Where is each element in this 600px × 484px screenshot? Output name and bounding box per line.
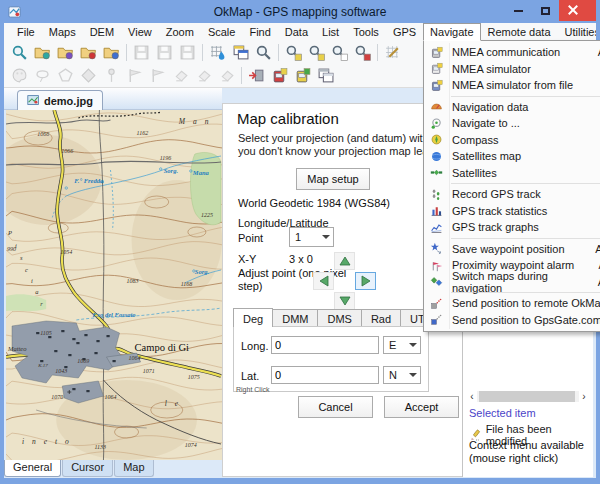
erase-icon <box>169 65 192 86</box>
menu-find[interactable]: Find <box>242 23 277 41</box>
grid-edit-icon[interactable] <box>381 42 404 63</box>
map-label: P <box>7 229 12 236</box>
menuitem-label: Switch maps during navigation <box>448 270 598 294</box>
map-label: 1043 <box>55 368 67 374</box>
menu-file[interactable]: File <box>10 23 42 41</box>
new-window-icon[interactable] <box>229 42 252 63</box>
adjust-left-button[interactable] <box>313 272 334 290</box>
menuitem-satellites-map[interactable]: Satellites map <box>424 148 600 165</box>
scroll-right-icon[interactable]: › <box>579 390 589 403</box>
chevron-down-icon <box>406 339 420 351</box>
menuitem-satellites[interactable]: Satellites <box>424 165 600 182</box>
menu-maps[interactable]: Maps <box>42 23 83 41</box>
menuitem-compass[interactable]: Compass <box>424 132 600 149</box>
menuitem-nmea-simulator-from-file[interactable]: NMEA simulator from file <box>424 77 600 94</box>
longitude-input[interactable] <box>271 336 379 354</box>
accept-button[interactable]: Accept <box>384 396 459 418</box>
bottom-tab-general[interactable]: General <box>4 460 61 477</box>
menu-separator <box>451 96 600 97</box>
menuitem-label: Send position to remote OkMap <box>448 297 600 309</box>
coord-tab-dms[interactable]: DMS <box>317 309 361 327</box>
scroll-left-icon[interactable]: ‹ <box>467 390 477 403</box>
adjust-up-button[interactable] <box>334 252 355 270</box>
scrollbar-track[interactable] <box>477 391 579 402</box>
zoom-in-icon[interactable] <box>282 42 305 63</box>
menu-gps[interactable]: GPS <box>386 23 423 41</box>
arrow-up-icon <box>339 256 351 266</box>
menuitem-navigation-data[interactable]: Navigation data <box>424 99 600 116</box>
save-icon <box>130 42 153 63</box>
menuitem-navigate-to[interactable]: Navigate to ... <box>424 115 600 132</box>
horizontal-scrollbar[interactable]: ‹ › <box>467 390 589 403</box>
menuitem-send-position-to-gpsgate-com[interactable]: Send position to GpsGate.com <box>424 312 600 329</box>
map-label: 1196 <box>160 155 172 161</box>
menu-scale[interactable]: Scale <box>201 23 243 41</box>
selected-item-link[interactable]: Selected item <box>469 407 536 419</box>
minimize-button[interactable] <box>505 0 532 21</box>
scrollbar-thumb[interactable] <box>479 391 575 402</box>
open-image-icon[interactable] <box>100 42 123 63</box>
menu-utilities[interactable]: Utilities <box>558 23 596 41</box>
erase-area-icon <box>192 65 215 86</box>
menu-list[interactable]: List <box>315 23 346 41</box>
draw-flag-move-icon <box>146 65 169 86</box>
adjust-right-button[interactable] <box>355 272 376 290</box>
map-label: 1054 <box>60 249 72 255</box>
maximize-button[interactable] <box>532 0 559 21</box>
open-map-icon[interactable] <box>31 42 54 63</box>
map-label: 1064 <box>129 355 141 361</box>
latitude-input[interactable] <box>271 366 379 384</box>
document-tab-demo[interactable]: demo.jpg <box>17 90 103 110</box>
coord-tab-dmm[interactable]: DMM <box>272 309 318 327</box>
menu-navigate[interactable]: Navigate <box>423 23 480 41</box>
map-label: 1071 <box>143 368 155 374</box>
pan-zoom-icon[interactable] <box>8 42 31 63</box>
document-tab-strip: demo.jpg <box>4 88 222 110</box>
menuitem-nmea-communication[interactable]: NMEA communicationAlt+N <box>424 44 600 61</box>
image-properties-icon[interactable] <box>314 65 337 86</box>
coordinate-format-tabs: DegDMMDMSRadUTM <box>233 307 443 327</box>
map-label: 1066 <box>37 131 49 137</box>
coord-tab-deg[interactable]: Deg <box>233 308 273 327</box>
menuitem-nmea-simulator[interactable]: NMEA simulator <box>424 61 600 78</box>
bottom-tab-map[interactable]: Map <box>114 460 153 477</box>
menuitem-label: NMEA communication <box>448 46 560 58</box>
find-position-icon[interactable] <box>252 42 275 63</box>
coord-tab-rad[interactable]: Rad <box>361 309 401 327</box>
menuitem-send-position-to-remote-okmap[interactable]: Send position to remote OkMap <box>424 295 600 312</box>
gps-upload-icon[interactable] <box>268 65 291 86</box>
menuitem-switch-maps-during-navigation[interactable]: Switch maps during navigationAlt+H <box>424 274 600 291</box>
menu-view[interactable]: View <box>121 23 159 41</box>
map-label: K.17 <box>37 363 48 368</box>
bottom-tab-cursor[interactable]: Cursor <box>62 460 113 477</box>
map-setup-button[interactable]: Map setup <box>296 168 370 190</box>
menu-remote-data[interactable]: Remote data <box>481 23 558 41</box>
close-button[interactable] <box>559 0 596 21</box>
menu-data[interactable]: Data <box>278 23 315 41</box>
menuitem-gps-track-graphs[interactable]: GPS track graphs <box>424 219 600 236</box>
menuitem-save-waypoint-position[interactable]: Save waypoint positionAlt+W <box>424 241 600 258</box>
map-opacity-icon[interactable] <box>206 42 229 63</box>
open-calibration-icon[interactable] <box>54 42 77 63</box>
zoom-out-icon[interactable] <box>305 42 328 63</box>
map-label: 1133 <box>94 444 106 450</box>
menu-zoom[interactable]: Zoom <box>159 23 201 41</box>
menuitem-gps-track-statistics[interactable]: GPS track statistics <box>424 203 600 220</box>
zoom-1-1-icon[interactable] <box>351 42 374 63</box>
longitude-hemisphere-select[interactable]: E <box>383 336 421 354</box>
cancel-button[interactable]: Cancel <box>298 396 373 418</box>
menuitem-record-gps-track[interactable]: Record GPS track <box>424 186 600 203</box>
save-all-icon <box>153 42 176 63</box>
open-data-icon[interactable] <box>77 42 100 63</box>
map-label: l e <box>165 399 181 408</box>
latitude-hemisphere-select[interactable]: N <box>383 366 421 384</box>
import-track-icon[interactable] <box>245 65 268 86</box>
okmap-window: OkMap - GPS mapping software FileMapsDEM… <box>0 0 600 484</box>
map-viewport[interactable]: 106610661162M a n1196Sorg.ManaF.° Fredda… <box>6 110 222 460</box>
zoom-window-icon[interactable] <box>328 42 351 63</box>
gps-download-icon[interactable] <box>291 65 314 86</box>
gps-track-statistics-icon <box>424 204 448 217</box>
point-select[interactable]: 1 <box>289 227 334 247</box>
menu-tools[interactable]: Tools <box>346 23 386 41</box>
menu-dem[interactable]: DEM <box>83 23 121 41</box>
